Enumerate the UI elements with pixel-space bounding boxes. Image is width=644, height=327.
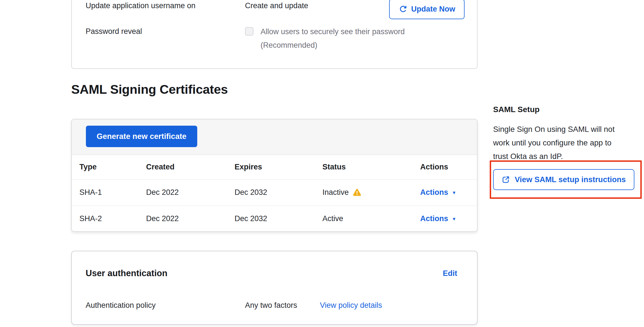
user-authentication-card: User authentication Edit Authentication … <box>71 251 478 325</box>
cert-status-text: Active <box>322 214 343 223</box>
refresh-icon <box>398 5 407 14</box>
cert-type: SHA-2 <box>72 206 138 232</box>
user-authentication-title: User authentication <box>86 268 167 278</box>
cert-type: SHA-1 <box>72 179 138 206</box>
username-update-value: Create and update <box>245 1 308 10</box>
col-header-actions: Actions <box>413 155 478 179</box>
view-policy-details-link[interactable]: View policy details <box>320 301 382 310</box>
page-canvas: Update application username on Create an… <box>0 0 644 327</box>
table-row: SHA-2 Dec 2022 Dec 2032 Active Actions ▼ <box>72 206 478 232</box>
col-header-status: Status <box>315 155 413 179</box>
username-update-label: Update application username on <box>86 1 196 10</box>
view-saml-setup-instructions-button[interactable]: View SAML setup instructions <box>493 169 634 190</box>
certificates-card-toolbar: Generate new certificate <box>72 119 477 155</box>
annotation-highlight-box: View SAML setup instructions <box>490 160 642 199</box>
saml-setup-description-line2: work until you configure the app to <box>493 136 615 150</box>
warning-icon <box>353 188 361 197</box>
caret-down-icon: ▼ <box>452 217 456 221</box>
actions-label: Actions <box>420 188 448 197</box>
status-badge: Inactive <box>322 188 413 197</box>
saml-setup-title: SAML Setup <box>493 105 539 114</box>
certificates-card: Generate new certificate Type Created Ex… <box>71 119 478 232</box>
cert-status-text: Inactive <box>322 188 349 197</box>
cert-created: Dec 2022 <box>138 179 227 206</box>
saml-signing-certificates-heading: SAML Signing Certificates <box>71 82 228 97</box>
sign-on-settings-card: Update application username on Create an… <box>71 0 478 69</box>
password-reveal-label: Password reveal <box>86 27 142 36</box>
saml-setup-description: Single Sign On using SAML will not work … <box>493 123 615 163</box>
cert-expires: Dec 2032 <box>227 179 315 206</box>
external-link-icon <box>502 175 510 184</box>
cert-expires: Dec 2032 <box>227 206 315 232</box>
actions-dropdown[interactable]: Actions ▼ <box>420 214 456 223</box>
cert-created: Dec 2022 <box>138 206 227 232</box>
edit-link[interactable]: Edit <box>443 269 457 278</box>
generate-new-certificate-button[interactable]: Generate new certificate <box>86 126 197 147</box>
authentication-policy-label: Authentication policy <box>86 301 156 310</box>
col-header-expires: Expires <box>227 155 315 179</box>
password-reveal-help: Allow users to securely see their passwo… <box>261 25 405 52</box>
actions-label: Actions <box>420 214 448 223</box>
col-header-created: Created <box>138 155 227 179</box>
actions-dropdown[interactable]: Actions ▼ <box>420 188 456 197</box>
table-header-row: Type Created Expires Status Actions <box>72 155 478 179</box>
authentication-policy-value: Any two factors <box>245 301 297 310</box>
password-reveal-help-line1: Allow users to securely see their passwo… <box>261 25 405 38</box>
col-header-type: Type <box>72 155 138 179</box>
caret-down-icon: ▼ <box>452 191 456 195</box>
status-badge: Active <box>322 214 413 223</box>
table-row: SHA-1 Dec 2022 Dec 2032 Inactive <box>72 179 478 206</box>
certificates-table: Type Created Expires Status Actions SHA-… <box>72 155 478 232</box>
password-reveal-help-line2: (Recommended) <box>261 38 405 52</box>
update-now-button[interactable]: Update Now <box>389 0 465 19</box>
view-saml-setup-instructions-label: View SAML setup instructions <box>515 175 626 184</box>
update-now-label: Update Now <box>411 5 455 14</box>
password-reveal-checkbox[interactable] <box>245 27 253 36</box>
saml-setup-description-line1: Single Sign On using SAML will not <box>493 123 615 136</box>
